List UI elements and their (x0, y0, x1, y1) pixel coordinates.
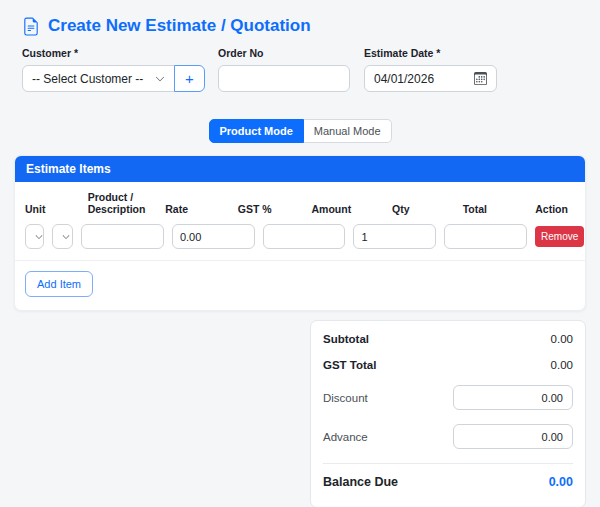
items-table-header: Unit Product / Description Rate GST % Am… (15, 182, 585, 222)
discount-label: Discount (323, 392, 368, 404)
balance-due-label: Balance Due (323, 475, 398, 489)
product-select[interactable]: -- Select Pro (52, 224, 73, 249)
add-item-button[interactable]: Add Item (25, 271, 93, 297)
customer-select[interactable]: -- Select Customer -- (22, 65, 175, 92)
col-qty: Qty (392, 203, 455, 215)
subtotal-label: Subtotal (323, 333, 369, 345)
page-title: Create New Estimate / Quotation (48, 16, 311, 36)
advance-input[interactable] (453, 424, 573, 449)
gst-total-label: GST Total (323, 359, 376, 371)
add-customer-button[interactable]: + (174, 65, 205, 92)
file-text-icon (22, 17, 40, 36)
discount-row: Discount (311, 378, 585, 417)
estimate-items-title: Estimate Items (15, 156, 585, 182)
rate-input[interactable] (81, 224, 164, 249)
manual-mode-button[interactable]: Manual Mode (304, 119, 392, 143)
customer-field: Customer * -- Select Customer -- + (22, 47, 205, 92)
col-unit: Unit (25, 203, 80, 215)
amount-input[interactable] (263, 224, 346, 249)
order-no-input[interactable] (218, 65, 350, 92)
col-rate: Rate (165, 203, 230, 215)
calendar-icon (474, 72, 487, 85)
advance-row: Advance (311, 417, 585, 456)
mode-toggle: Product Mode Manual Mode (0, 119, 600, 143)
remove-item-button[interactable]: Remove (535, 226, 584, 247)
total-input[interactable] (444, 224, 527, 249)
gst-total-row: GST Total 0.00 (311, 352, 585, 378)
customer-label: Customer * (22, 47, 205, 59)
balance-due-row: Balance Due 0.00 (311, 466, 585, 496)
unit-select[interactable]: -- Select (25, 224, 44, 249)
estimate-date-label: Estimate Date * (364, 47, 497, 59)
balance-due-value: 0.00 (549, 475, 573, 489)
customer-select-value: -- Select Customer -- (32, 72, 143, 86)
gst-input[interactable] (172, 224, 255, 249)
subtotal-value: 0.00 (551, 333, 573, 345)
item-row: -- Select -- Select Pro Remove (15, 222, 585, 261)
qty-input[interactable] (353, 224, 436, 249)
col-amount: Amount (311, 203, 384, 215)
col-gst: GST % (238, 203, 304, 215)
create-estimate-page: Create New Estimate / Quotation Customer… (0, 0, 600, 507)
gst-total-value: 0.00 (551, 359, 573, 371)
advance-label: Advance (323, 431, 368, 443)
order-no-field: Order No (218, 47, 350, 92)
discount-input[interactable] (453, 385, 573, 410)
col-product: Product / Description (88, 191, 158, 215)
col-action: Action (535, 203, 575, 215)
estimate-date-input[interactable]: 04/01/2026 (364, 65, 497, 92)
chevron-down-icon (155, 74, 165, 84)
product-mode-button[interactable]: Product Mode (209, 119, 304, 143)
chevron-down-icon (62, 233, 70, 241)
order-no-label: Order No (218, 47, 350, 59)
summary-card: Subtotal 0.00 GST Total 0.00 Discount Ad… (310, 320, 586, 507)
estimate-date-value: 04/01/2026 (374, 72, 434, 86)
top-form: Customer * -- Select Customer -- + Order… (0, 47, 600, 105)
page-header: Create New Estimate / Quotation (0, 0, 600, 36)
estimate-items-card: Estimate Items Unit Product / Descriptio… (14, 155, 586, 311)
chevron-down-icon (35, 233, 43, 241)
summary-divider (323, 463, 573, 464)
estimate-date-field: Estimate Date * 04/01/2026 (364, 47, 497, 92)
subtotal-row: Subtotal 0.00 (311, 326, 585, 352)
col-total: Total (463, 203, 528, 215)
